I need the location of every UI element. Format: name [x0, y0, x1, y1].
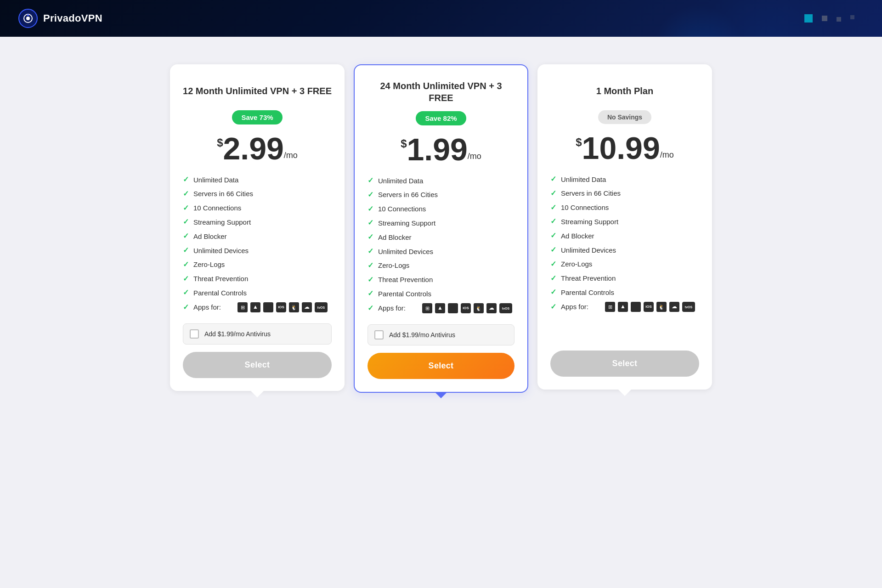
- logo-area: PrivadoVPN: [18, 9, 102, 28]
- feature-label: Servers in 66 Cities: [561, 189, 621, 198]
- ios-icon: iOS: [461, 303, 471, 313]
- feature-connections: ✓ 10 Connections: [368, 204, 514, 214]
- apps-row: ⊞ ▲ iOS 🐧 ☁ tvOS: [605, 302, 695, 312]
- check-icon: ✓: [550, 175, 556, 184]
- feature-label: Apps for:: [193, 303, 221, 312]
- feature-label: Parental Controls: [193, 288, 247, 298]
- feature-connections: ✓ 10 Connections: [183, 204, 332, 213]
- check-icon: ✓: [550, 302, 556, 312]
- plan-24month-period: /mo: [468, 152, 481, 161]
- tvos-icon: tvOS: [315, 302, 328, 312]
- windows-icon: ⊞: [237, 302, 248, 312]
- feature-unlimited-devices: ✓ Unlimited Devices: [183, 246, 332, 255]
- feature-servers: ✓ Servers in 66 Cities: [368, 190, 514, 200]
- header: PrivadoVPN: [0, 0, 882, 37]
- plan-24month-antivirus-checkbox[interactable]: [374, 330, 384, 339]
- feature-label: 10 Connections: [193, 204, 241, 213]
- check-icon: ✓: [550, 274, 556, 283]
- feature-label: Streaming Support: [378, 219, 435, 228]
- svg-point-1: [26, 17, 30, 20]
- plan-1month-select-button[interactable]: Select: [550, 351, 699, 377]
- check-icon: ✓: [183, 274, 189, 284]
- android-icon: ▲: [618, 302, 628, 312]
- cloud-icon: ☁: [669, 302, 679, 312]
- feature-zerologs: ✓ Zero-Logs: [368, 261, 514, 271]
- plan-24month-badge-wrap: Save 82%: [368, 111, 514, 125]
- apple-icon: [631, 302, 641, 312]
- feature-label: Zero-Logs: [561, 260, 592, 269]
- plan-12month: 12 Month Unlimited VPN + 3 FREE Save 73%…: [170, 64, 345, 391]
- feature-label: Ad Blocker: [193, 232, 227, 241]
- feature-parental: ✓ Parental Controls: [550, 288, 699, 297]
- feature-label: Threat Prevention: [193, 274, 248, 283]
- plan-1month-bottom-arrow: [618, 390, 631, 396]
- feature-unlimited-data: ✓ Unlimited Data: [183, 175, 332, 185]
- plan-1month-badge-wrap: No Savings: [550, 110, 699, 124]
- check-icon: ✓: [368, 261, 373, 271]
- plan-1month-currency: $: [576, 137, 582, 148]
- check-icon: ✓: [368, 232, 373, 242]
- feature-zerologs: ✓ Zero-Logs: [183, 260, 332, 270]
- plan-1month-title: 1 Month Plan: [550, 79, 699, 103]
- plan-24month-bottom-arrow: [435, 392, 447, 398]
- plans-container: 12 Month Unlimited VPN + 3 FREE Save 73%…: [165, 64, 717, 393]
- linux-icon: 🐧: [474, 303, 484, 313]
- feature-label: Streaming Support: [561, 217, 618, 226]
- check-icon: ✓: [368, 304, 373, 313]
- check-icon: ✓: [183, 288, 189, 298]
- android-icon: ▲: [435, 303, 445, 313]
- plan-24month-antivirus-row[interactable]: Add $1.99/mo Antivirus: [368, 324, 514, 345]
- gray-square-2: [837, 17, 841, 22]
- feature-label: 10 Connections: [561, 203, 609, 212]
- feature-threat: ✓ Threat Prevention: [550, 274, 699, 283]
- apps-row: ⊞ ▲ iOS 🐧 ☁ tvOS: [237, 302, 328, 312]
- plan-1month-price: 10.99: [582, 132, 660, 164]
- feature-label: Apps for:: [378, 304, 406, 313]
- windows-icon: ⊞: [422, 303, 432, 313]
- gray-square-1: [822, 16, 827, 21]
- feature-label: Zero-Logs: [193, 260, 225, 269]
- feature-label: Threat Prevention: [378, 275, 433, 284]
- plan-1month-price-area: $ 10.99 /mo: [550, 132, 699, 164]
- plan-24month-price-wrap: $ 1.99 /mo: [401, 134, 481, 165]
- gray-square-3: [850, 15, 854, 19]
- feature-label: Unlimited Data: [193, 175, 238, 185]
- check-icon: ✓: [550, 288, 556, 297]
- plan-1month-features: ✓ Unlimited Data ✓ Servers in 66 Cities …: [550, 175, 699, 312]
- check-icon: ✓: [183, 175, 189, 185]
- feature-label: Unlimited Devices: [193, 246, 249, 255]
- feature-unlimited-devices: ✓ Unlimited Devices: [550, 245, 699, 255]
- android-icon: ▲: [250, 302, 260, 312]
- plan-12month-antivirus-checkbox[interactable]: [190, 329, 199, 339]
- ios-icon: iOS: [276, 302, 286, 312]
- plan-12month-antivirus-row[interactable]: Add $1.99/mo Antivirus: [183, 323, 332, 345]
- check-icon: ✓: [368, 190, 373, 200]
- feature-label: 10 Connections: [378, 204, 426, 214]
- feature-label: Servers in 66 Cities: [193, 189, 253, 198]
- feature-parental: ✓ Parental Controls: [183, 288, 332, 298]
- check-icon: ✓: [550, 245, 556, 255]
- check-icon: ✓: [368, 247, 373, 256]
- feature-label: Ad Blocker: [561, 232, 594, 241]
- windows-icon: ⊞: [605, 302, 615, 312]
- plan-24month-price-area: $ 1.99 /mo: [368, 134, 514, 165]
- check-icon: ✓: [183, 303, 189, 312]
- feature-label: Unlimited Devices: [561, 246, 616, 255]
- plan-12month-price-wrap: $ 2.99 /mo: [217, 133, 298, 164]
- plan-12month-features: ✓ Unlimited Data ✓ Servers in 66 Cities …: [183, 175, 332, 312]
- cloud-icon: ☁: [302, 302, 312, 312]
- plan-24month-currency: $: [401, 138, 407, 149]
- plan-24month-select-button[interactable]: Select: [368, 353, 514, 379]
- feature-label: Unlimited Data: [561, 175, 606, 184]
- feature-servers: ✓ Servers in 66 Cities: [550, 189, 699, 198]
- apple-icon: [263, 302, 273, 312]
- feature-label: Ad Blocker: [378, 233, 412, 242]
- plan-12month-select-button[interactable]: Select: [183, 352, 332, 378]
- feature-label: Streaming Support: [193, 218, 251, 227]
- check-icon: ✓: [183, 204, 189, 213]
- feature-threat: ✓ Threat Prevention: [183, 274, 332, 284]
- apple-icon: [448, 303, 458, 313]
- logo-icon: [18, 9, 38, 28]
- check-icon: ✓: [183, 260, 189, 270]
- feature-servers: ✓ Servers in 66 Cities: [183, 189, 332, 199]
